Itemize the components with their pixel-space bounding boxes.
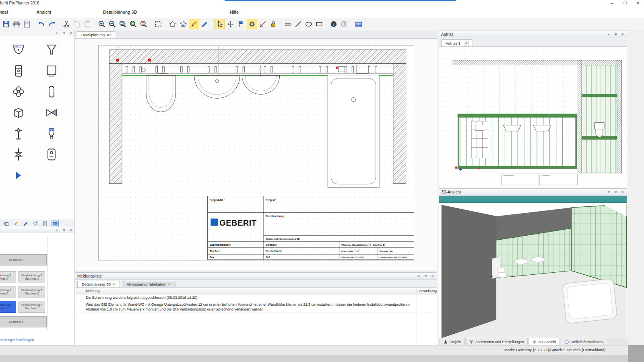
pencil-icon[interactable] <box>13 220 19 227</box>
flag-icon[interactable] <box>236 19 246 29</box>
catalog-item-washbasin[interactable] <box>6 42 31 58</box>
home2-icon[interactable] <box>178 19 188 29</box>
menu-detailplanung-3d[interactable]: Detailplanung 3D <box>101 9 139 15</box>
message-tab-2[interactable]: Abwasservorfabrikation✓ <box>122 281 175 287</box>
pin-panel-button[interactable]: ▾ <box>55 228 59 232</box>
catalog-item-urinal[interactable] <box>39 125 64 142</box>
catalog-item-open-box[interactable] <box>6 105 31 121</box>
move-icon[interactable] <box>226 19 235 29</box>
ellipse-icon[interactable] <box>304 19 314 29</box>
catalog-item-cistern[interactable] <box>39 63 64 79</box>
view3d-toolbar[interactable] <box>439 196 627 203</box>
copy-icon[interactable] <box>72 19 82 29</box>
overview-block[interactable]: Detailzeichnung 1 Geschoss 2 <box>19 271 45 283</box>
close-panel-button[interactable]: ✕ <box>68 228 73 232</box>
info-dark-icon[interactable]: i <box>329 19 339 29</box>
gear-icon[interactable] <box>247 19 257 29</box>
catalog-item-marker[interactable] <box>6 167 31 183</box>
catalog-item-inline-valve[interactable] <box>6 146 31 162</box>
info-light-icon[interactable]: i <box>339 19 349 29</box>
elevation-tabstrip: Aufriss 1 ✕ <box>439 38 627 47</box>
close-button[interactable]: ✕ <box>635 0 641 6</box>
grid-line <box>47 236 48 331</box>
wall-icon[interactable] <box>283 19 293 29</box>
close-panel-button[interactable]: ✕ <box>430 274 435 278</box>
redo-icon[interactable] <box>47 19 57 29</box>
zoom-out-icon[interactable] <box>107 19 117 29</box>
print-icon[interactable] <box>12 19 21 29</box>
minimize-button[interactable]: ─ <box>609 0 615 6</box>
overview-block[interactable]: Detailzeichnung 2 Geschoss 2 <box>19 286 45 298</box>
overview-block[interactable]: Detailzeichnung 3 Geschoss 1 <box>19 301 45 313</box>
cursor-icon[interactable] <box>215 19 225 29</box>
save-icon[interactable] <box>1 19 11 29</box>
pencil-icon[interactable] <box>189 19 199 29</box>
cut-icon[interactable] <box>62 19 71 29</box>
close-panel-button[interactable]: ✕ <box>68 31 73 35</box>
tab-detailplanung-3d[interactable]: Detailplanung 3D <box>77 31 115 38</box>
elevation-panel: Aufriss ▾⊞✕ Aufriss 1 ✕ <box>439 31 627 187</box>
column-anweisung[interactable]: Anweisung <box>417 289 437 293</box>
menu-hilfe[interactable]: Hilfe <box>227 9 241 15</box>
float-panel-button[interactable]: ⊞ <box>62 228 66 232</box>
message-row[interactable]: Die Berechnung wurde erfolgreich abgesch… <box>75 294 437 301</box>
catalog-item-valve[interactable] <box>39 105 64 121</box>
calculation-settings-link[interactable]: Berechnungseinstellungen <box>0 338 34 342</box>
overview-block[interactable]: Detailzeichnung 3 Geschoss 1 <box>0 301 16 313</box>
message-row[interactable]: Wird das GIS Element für Wand-WC mit Ome… <box>75 301 437 313</box>
line-icon[interactable] <box>293 19 303 29</box>
view3d-panel-title: 3D-Ansicht <box>441 190 461 194</box>
catalog-item-wc-element[interactable] <box>6 63 31 79</box>
float-panel-button[interactable]: ⊞ <box>613 33 618 36</box>
zoom-in-icon[interactable] <box>97 19 107 29</box>
float-panel-button[interactable]: ⊞ <box>62 31 66 35</box>
select-area-icon[interactable] <box>153 19 163 29</box>
pen-blue-icon[interactable] <box>23 220 29 227</box>
menu-datei[interactable]: Datei <box>0 9 10 15</box>
home-icon[interactable] <box>168 19 178 29</box>
column-meldung[interactable]: Meldung <box>75 289 417 293</box>
zoom-prev-icon[interactable] <box>139 19 149 29</box>
catalog-item-module[interactable] <box>39 146 64 162</box>
measure-icon[interactable] <box>258 19 268 29</box>
overview-floor-top[interactable]: Geschoss 3 <box>0 254 47 265</box>
pin-panel-button[interactable]: ▾ <box>55 31 59 35</box>
menu-ansicht[interactable]: Ansicht <box>34 9 54 15</box>
catalog-item-rosette[interactable] <box>6 84 31 100</box>
message-list-panel: Meldungsliste ▾⊞✕ Detailplanung 3D✓Abwas… <box>75 272 437 345</box>
layers-icon[interactable] <box>3 220 10 227</box>
grid-active-icon[interactable] <box>52 220 59 227</box>
catalog-item-standpipe[interactable] <box>39 84 64 100</box>
lock-icon[interactable] <box>268 19 278 29</box>
close-panel-button[interactable]: ✕ <box>620 33 625 36</box>
rect-icon[interactable] <box>314 19 324 29</box>
undo-icon[interactable] <box>37 19 46 29</box>
pin-panel-button[interactable]: ▾ <box>417 274 421 278</box>
overview-block[interactable]: Detailzeichnung 1 Geschoss 2 <box>0 271 16 283</box>
doc-blue-icon[interactable] <box>42 220 48 227</box>
pen-blue-icon[interactable] <box>200 19 210 29</box>
float-panel-button[interactable]: ⊞ <box>613 190 618 194</box>
overview-floor-bottom[interactable]: Geschoss 1 <box>0 316 47 327</box>
pin-panel-button[interactable]: ▾ <box>607 33 611 36</box>
maximize-button[interactable]: ❐ <box>622 0 628 6</box>
catalog-item-pipe-stand[interactable] <box>6 125 31 142</box>
overview-block[interactable]: Detailzeichnung 2 Geschoss 2 <box>0 286 16 298</box>
float-panel-button[interactable]: ⊞ <box>423 274 428 278</box>
message-tab-1[interactable]: Detailplanung 3D✓ <box>77 281 120 287</box>
pin-panel-button[interactable]: ▾ <box>607 190 611 194</box>
catalog-item-funnel[interactable] <box>39 42 64 58</box>
tag-icon[interactable] <box>32 220 39 227</box>
table-blue-icon[interactable] <box>354 19 363 29</box>
tab-close-icon[interactable]: ✕ <box>464 41 469 45</box>
toolbar-group: ii <box>328 19 349 29</box>
close-panel-button[interactable]: ✕ <box>620 190 625 194</box>
tab-aufriss-1[interactable]: Aufriss 1 ✕ <box>441 39 473 46</box>
accent-strip <box>225 0 456 1</box>
zoom-window-icon[interactable] <box>118 19 128 29</box>
zoom-fit-icon[interactable] <box>128 19 138 29</box>
svg-text:Postleitzahl:: Postleitzahl: <box>266 250 282 253</box>
report-icon[interactable] <box>22 19 32 29</box>
paste-icon[interactable] <box>83 19 92 29</box>
drawing-canvas[interactable]: 5 <box>75 38 437 270</box>
